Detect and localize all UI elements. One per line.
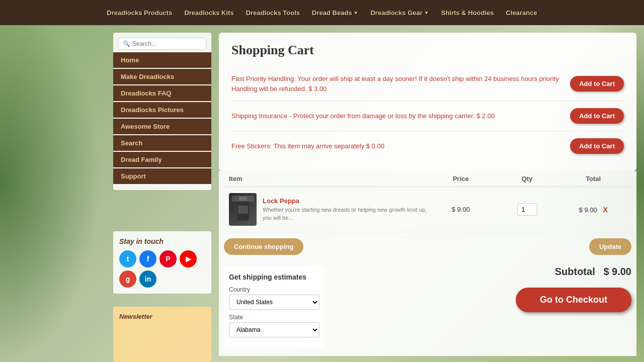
newsletter-title: Newsletter — [119, 313, 205, 320]
add-to-cart-shipping-insurance-button[interactable]: Add to Cart — [570, 108, 624, 124]
header-price: Price — [428, 175, 494, 183]
update-cart-button[interactable]: Update — [589, 238, 631, 255]
sidebar-navigation: Home Make Dreadlocks Dreadlocks FAQ Drea… — [113, 52, 211, 184]
linkedin-icon[interactable]: in — [139, 270, 156, 288]
header-qty: Qty — [494, 175, 560, 183]
search-icon: 🔍 — [123, 40, 130, 47]
chevron-down-icon: ▼ — [424, 10, 429, 16]
nav-item-clearance[interactable]: Clearance — [506, 9, 537, 17]
main-content: Shopping Cart Fast Priority Handling: Yo… — [219, 33, 636, 357]
search-box[interactable]: 🔍 — [118, 38, 206, 50]
country-select[interactable]: United States — [229, 295, 319, 310]
svg-rect-2 — [238, 206, 248, 214]
state-label: State — [229, 314, 319, 321]
chevron-down-icon: ▼ — [354, 10, 359, 16]
nav-item-gear[interactable]: Dreadlocks Gear ▼ — [370, 9, 429, 17]
add-to-cart-free-stickers-button[interactable]: Add to Cart — [570, 138, 624, 154]
remove-item-button[interactable]: X — [603, 206, 607, 214]
upsell-shipping-insurance: Shipping Insurance - Protect your order … — [231, 101, 624, 131]
continue-shopping-button[interactable]: Continue shopping — [224, 238, 303, 255]
nav-item-products[interactable]: Dreadlocks Products — [107, 9, 172, 17]
upsell-free-stickers: Free Stickers: This item may arrive sepa… — [231, 131, 624, 161]
add-to-cart-fast-priority-button[interactable]: Add to Cart — [570, 76, 624, 92]
search-input[interactable] — [132, 40, 202, 47]
sidebar: 🔍 Home Make Dreadlocks Dreadlocks FAQ Dr… — [113, 33, 211, 190]
pinterest-icon[interactable]: P — [159, 250, 177, 267]
header-item: Item — [229, 175, 428, 183]
newsletter-section: Newsletter — [113, 307, 211, 362]
state-group: State Alabama — [229, 314, 319, 337]
cart-actions: Continue shopping Update — [219, 232, 636, 261]
quantity-input[interactable]: 1 — [517, 203, 537, 216]
social-section: Stay in touch t f P ▶ g in — [113, 231, 211, 294]
cart-panel: Shopping Cart Fast Priority Handling: Yo… — [219, 33, 636, 171]
header-total: Total — [560, 175, 626, 183]
subtotal-display: Subtotal $ 9.00 — [555, 266, 631, 278]
top-navigation: Dreadlocks Products Dreadlocks Kits Drea… — [0, 0, 644, 25]
sidebar-item-family[interactable]: Dread Family — [113, 152, 211, 167]
nav-item-tools[interactable]: Dreadlocks Tools — [246, 9, 300, 17]
palm-left-decoration — [0, 0, 101, 362]
sidebar-item-home[interactable]: Home — [113, 52, 211, 68]
cart-item-info: Lock Peppa Whether you're starting new d… — [229, 193, 428, 226]
shipping-estimates: Get shipping estimates Country United St… — [224, 266, 325, 348]
cart-item-qty: 1 — [494, 203, 560, 216]
product-image — [229, 193, 257, 226]
cart-table-header: Item Price Qty Total — [224, 171, 631, 187]
subtotal-label: Subtotal — [555, 266, 595, 277]
subtotal-amount: $ 9.00 — [603, 266, 631, 277]
bottom-section: Get shipping estimates Country United St… — [219, 261, 636, 356]
sidebar-item-faq[interactable]: Dreadlocks FAQ — [113, 85, 211, 101]
nav-item-shirts[interactable]: Shirts & Hoodies — [441, 9, 494, 17]
table-row: Lock Peppa Whether you're starting new d… — [224, 187, 631, 232]
sidebar-item-store[interactable]: Awesome Store — [113, 119, 211, 134]
checkout-area: Subtotal $ 9.00 Go to Checkout — [516, 266, 631, 312]
social-title: Stay in touch — [119, 237, 205, 245]
product-description: Whether you're starting new dreads or he… — [263, 206, 428, 222]
nav-item-kits[interactable]: Dreadlocks Kits — [184, 9, 233, 17]
facebook-icon[interactable]: f — [139, 250, 156, 267]
cart-item-details: Lock Peppa Whether you're starting new d… — [263, 197, 428, 222]
upsell-fast-priority-text: Fast Priority Handling: Your order will … — [231, 74, 562, 94]
shipping-estimates-title: Get shipping estimates — [229, 273, 319, 281]
youtube-icon[interactable]: ▶ — [180, 250, 197, 267]
checkout-button[interactable]: Go to Checkout — [516, 288, 631, 312]
google-plus-icon[interactable]: g — [119, 270, 136, 288]
twitter-icon[interactable]: t — [119, 250, 136, 267]
sidebar-item-make-dreadlocks[interactable]: Make Dreadlocks — [113, 69, 211, 84]
sidebar-item-support[interactable]: Support — [113, 168, 211, 184]
sidebar-item-search[interactable]: Search — [113, 135, 211, 151]
upsell-fast-priority: Fast Priority Handling: Your order will … — [231, 67, 624, 101]
country-label: Country — [229, 286, 319, 293]
cart-item-price: $ 9.00 — [428, 206, 494, 213]
cart-item-total: $ 9.00 X — [560, 206, 626, 214]
upsell-shipping-insurance-text: Shipping Insurance - Protect your order … — [231, 111, 562, 121]
state-select[interactable]: Alabama — [229, 322, 319, 337]
cart-table-container: Item Price Qty Total Lock Peppa Whether — [219, 171, 636, 232]
country-group: Country United States — [229, 286, 319, 310]
upsell-free-stickers-text: Free Stickers: This item may arrive sepa… — [231, 141, 562, 151]
cart-title: Shopping Cart — [231, 43, 624, 58]
product-name[interactable]: Lock Peppa — [263, 197, 428, 205]
social-icons-container: t f P ▶ g in — [119, 250, 205, 288]
nav-item-beads[interactable]: Dread Beads ▼ — [312, 9, 358, 17]
svg-rect-0 — [239, 197, 247, 201]
sidebar-item-pictures[interactable]: Dreadlocks Pictures — [113, 102, 211, 118]
